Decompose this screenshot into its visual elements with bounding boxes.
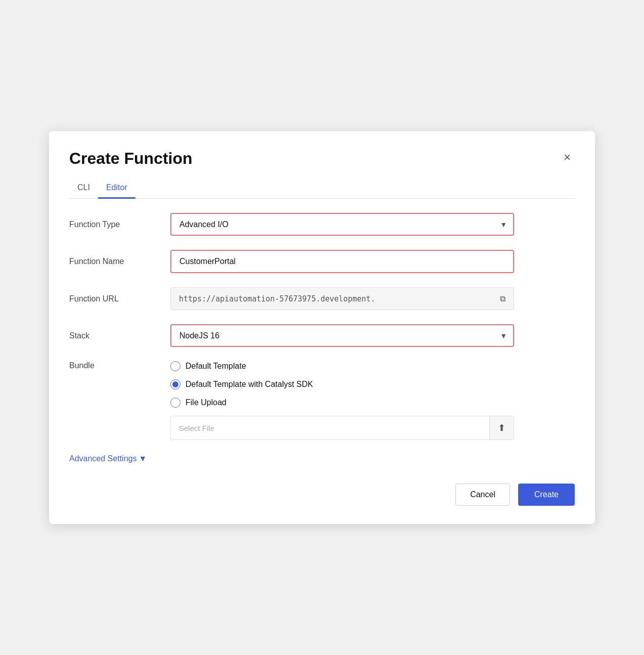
function-type-field: Advanced I/O Basic I/O Cron ▼ [170, 213, 514, 236]
create-function-dialog: Create Function × CLI Editor Function Ty… [49, 131, 595, 524]
function-name-input[interactable] [170, 250, 514, 273]
bundle-default-template-radio[interactable] [170, 361, 180, 371]
function-url-display: https://apiautomation-57673975.developme… [170, 287, 514, 310]
bundle-default-template-option[interactable]: Default Template [170, 361, 514, 371]
function-name-row: Function Name [69, 250, 575, 273]
stack-label: Stack [69, 331, 170, 340]
cancel-button[interactable]: Cancel [455, 484, 510, 506]
function-url-field: https://apiautomation-57673975.developme… [170, 287, 514, 310]
advanced-settings-arrow: ▼ [139, 454, 147, 463]
bundle-options: Default Template Default Template with C… [170, 361, 514, 440]
bundle-catalyst-sdk-radio[interactable] [170, 379, 180, 389]
stack-row: Stack NodeJS 16 NodeJS 14 Java 11 Python… [69, 324, 575, 347]
dialog-header: Create Function × [69, 149, 575, 168]
tab-editor[interactable]: Editor [98, 178, 135, 199]
close-button[interactable]: × [560, 149, 575, 165]
bundle-file-upload-radio[interactable] [170, 398, 180, 408]
copy-icon[interactable]: ⧉ [500, 294, 505, 303]
function-name-label: Function Name [69, 257, 170, 266]
bundle-catalyst-sdk-label: Default Template with Catalyst SDK [186, 380, 313, 389]
dialog-title: Create Function [69, 149, 193, 168]
create-button[interactable]: Create [518, 484, 575, 506]
function-type-label: Function Type [69, 220, 170, 229]
bundle-catalyst-sdk-option[interactable]: Default Template with Catalyst SDK [170, 379, 514, 389]
file-upload-placeholder: Select File [171, 418, 489, 439]
advanced-settings-label: Advanced Settings [69, 454, 136, 463]
file-upload-button[interactable]: ⬆ [489, 416, 514, 440]
bundle-default-template-label: Default Template [186, 362, 246, 371]
bundle-row: Bundle Default Template Default Template… [69, 361, 575, 440]
function-type-select[interactable]: Advanced I/O Basic I/O Cron [170, 213, 514, 236]
file-upload-area: Select File ⬆ [170, 416, 514, 440]
stack-select[interactable]: NodeJS 16 NodeJS 14 Java 11 Python 3.9 [170, 324, 514, 347]
advanced-settings-link[interactable]: Advanced Settings ▼ [69, 454, 147, 463]
tab-bar: CLI Editor [69, 178, 575, 199]
tab-cli[interactable]: CLI [69, 178, 98, 199]
dialog-footer: Cancel Create [69, 484, 575, 506]
bundle-label: Bundle [69, 361, 170, 370]
function-url-label: Function URL [69, 294, 170, 303]
upload-icon: ⬆ [498, 422, 505, 433]
function-url-row: Function URL https://apiautomation-57673… [69, 287, 575, 310]
stack-field: NodeJS 16 NodeJS 14 Java 11 Python 3.9 ▼ [170, 324, 514, 347]
bundle-file-upload-option[interactable]: File Upload [170, 398, 514, 408]
function-url-text: https://apiautomation-57673975.developme… [179, 294, 495, 303]
bundle-file-upload-label: File Upload [186, 398, 226, 407]
function-name-field [170, 250, 514, 273]
function-type-row: Function Type Advanced I/O Basic I/O Cro… [69, 213, 575, 236]
